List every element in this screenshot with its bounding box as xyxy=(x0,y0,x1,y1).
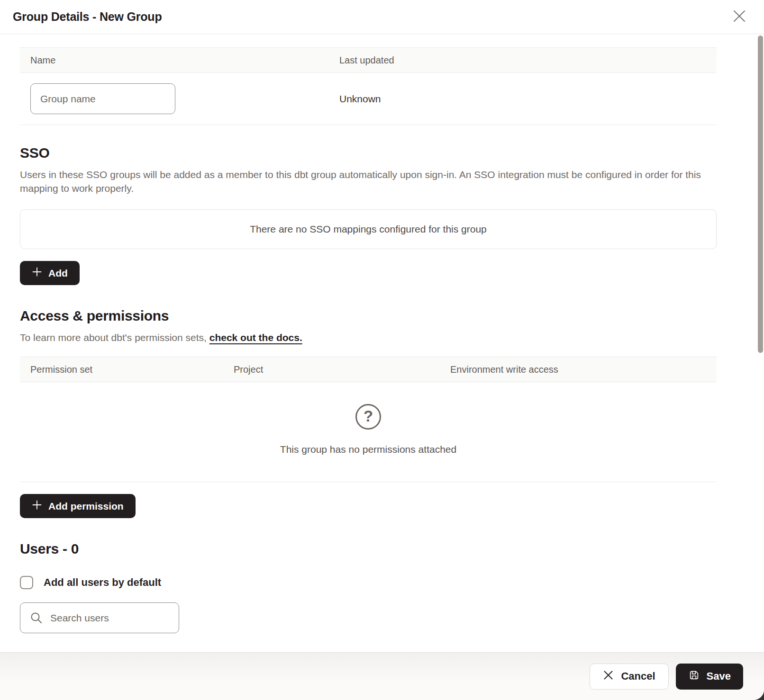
cancel-x-icon xyxy=(603,670,614,683)
close-button[interactable] xyxy=(729,7,750,27)
plus-icon xyxy=(32,267,42,279)
question-mark-circle-icon: ? xyxy=(355,404,381,430)
group-name-input[interactable] xyxy=(30,83,175,114)
dialog-header: Group Details - New Group xyxy=(0,0,764,34)
column-header-permission-set: Permission set xyxy=(30,364,234,375)
add-all-users-row: Add all users by default xyxy=(20,576,717,589)
save-button[interactable]: Save xyxy=(676,664,743,690)
dialog-content: Name Last updated Unknown SSO Users in t… xyxy=(0,34,764,633)
close-icon xyxy=(732,9,746,25)
search-users-input[interactable] xyxy=(20,602,179,633)
plus-icon xyxy=(32,500,42,512)
column-header-last-updated: Last updated xyxy=(339,55,706,66)
permissions-empty-message: This group has no permissions attached xyxy=(20,444,717,455)
add-sso-mapping-label: Add xyxy=(48,268,68,279)
add-permission-button[interactable]: Add permission xyxy=(20,494,136,518)
dialog-footer: Cancel Save xyxy=(0,652,764,700)
users-heading: Users - 0 xyxy=(20,541,717,557)
sso-heading: SSO xyxy=(20,145,717,161)
save-label: Save xyxy=(707,670,731,682)
group-table-row: Unknown xyxy=(20,73,717,125)
sso-empty-message: There are no SSO mappings configured for… xyxy=(250,224,487,235)
user-search xyxy=(20,602,179,633)
last-updated-value: Unknown xyxy=(339,93,706,105)
add-all-users-checkbox[interactable] xyxy=(20,576,33,589)
permissions-empty-state: ? This group has no permissions attached xyxy=(20,382,717,482)
add-permission-label: Add permission xyxy=(48,501,124,512)
permissions-table: Permission set Project Environment write… xyxy=(20,357,717,482)
group-details-dialog: Group Details - New Group Name Last upda… xyxy=(0,0,764,700)
permissions-heading: Access & permissions xyxy=(20,308,717,324)
column-header-project: Project xyxy=(234,364,450,375)
cancel-label: Cancel xyxy=(621,670,655,682)
permissions-description: To learn more about dbt's permission set… xyxy=(20,331,717,344)
sso-empty-state: There are no SSO mappings configured for… xyxy=(20,209,717,249)
docs-link[interactable]: check out the docs. xyxy=(209,332,302,343)
add-sso-mapping-button[interactable]: Add xyxy=(20,261,80,285)
dialog-title: Group Details - New Group xyxy=(13,10,162,24)
group-table-header: Name Last updated xyxy=(20,47,717,73)
column-header-environment-write-access: Environment write access xyxy=(450,364,706,375)
cancel-button[interactable]: Cancel xyxy=(590,664,668,690)
permissions-table-header: Permission set Project Environment write… xyxy=(20,357,717,382)
save-floppy-icon xyxy=(688,669,700,684)
sso-description: Users in these SSO groups will be added … xyxy=(20,168,717,195)
vertical-scrollbar-thumb[interactable] xyxy=(758,36,763,353)
column-header-name: Name xyxy=(30,55,339,66)
add-all-users-label: Add all users by default xyxy=(44,576,161,589)
